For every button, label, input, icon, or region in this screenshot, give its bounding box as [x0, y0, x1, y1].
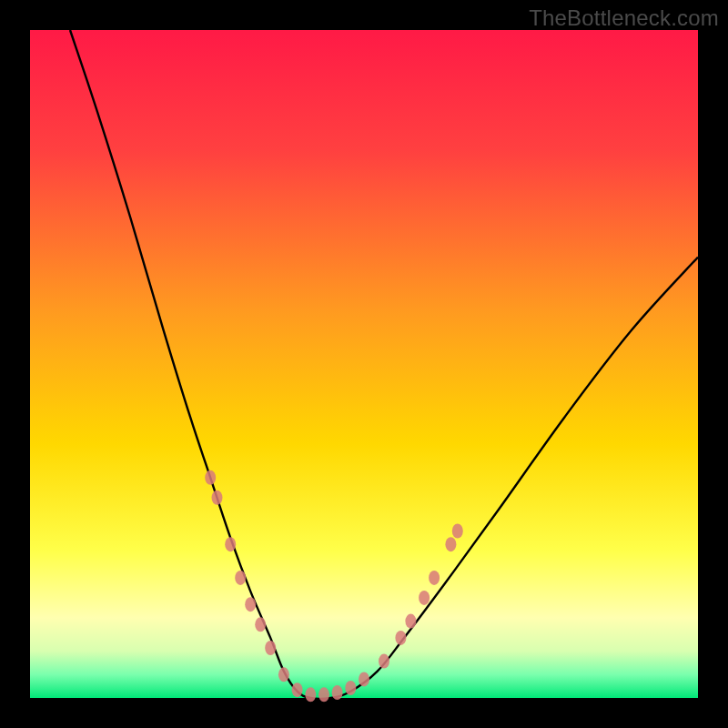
highlight-dot: [235, 571, 246, 585]
highlight-dot: [429, 571, 440, 585]
highlight-dots-group: [205, 470, 463, 703]
highlight-dot: [452, 524, 463, 539]
highlight-dot: [265, 641, 276, 655]
highlight-dot: [305, 687, 316, 702]
highlight-dot: [359, 672, 369, 686]
highlight-dot: [395, 631, 406, 645]
watermark-text: TheBottleneck.com: [529, 5, 719, 31]
highlight-dot: [405, 614, 416, 629]
curve-svg: [30, 30, 698, 698]
highlight-dot: [212, 490, 223, 505]
highlight-dot: [278, 667, 289, 682]
highlight-dot: [255, 617, 266, 632]
plot-area: [30, 30, 698, 698]
highlight-dot: [419, 591, 430, 605]
highlight-dot: [332, 685, 343, 700]
highlight-dot: [379, 654, 389, 669]
highlight-dot: [318, 687, 329, 702]
highlight-dot: [445, 537, 456, 551]
highlight-dot: [225, 537, 236, 551]
outer-frame: TheBottleneck.com: [0, 0, 728, 728]
highlight-dot: [345, 681, 356, 695]
bottleneck-curve: [70, 30, 698, 699]
highlight-dot: [245, 597, 256, 612]
highlight-dot: [292, 682, 303, 697]
highlight-dot: [205, 470, 216, 485]
